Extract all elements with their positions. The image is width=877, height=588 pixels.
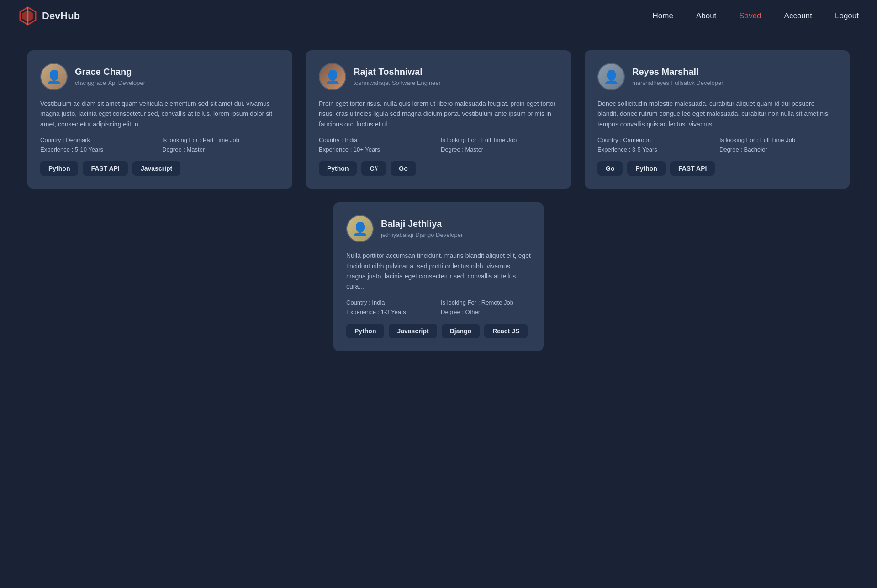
card-header: 👤 Rajat Toshniwal toshniwalrajat Softwar… [319,63,558,90]
skill-python[interactable]: Python [346,324,384,338]
skill-csharp[interactable]: C# [361,161,386,176]
user-name: Rajat Toshniwal [354,67,441,77]
skill-reactjs[interactable]: React JS [484,324,528,338]
brand: DevHub [18,6,80,26]
avatar: 👤 [319,63,346,90]
nav-home[interactable]: Home [653,11,673,21]
card-meta: Country : India Is looking For : Full Ti… [319,136,558,153]
avatar: 👤 [597,63,625,90]
skills: Python Javascript Django React JS [346,324,531,338]
username: changgrace [75,79,106,86]
degree-label: Degree : Master [441,146,558,153]
card-reyes-marshall: 👤 Reyes Marshall marshallreyes Fullsatck… [585,50,850,189]
navbar: DevHub Home About Saved Account Logout [0,0,877,32]
brand-title: DevHub [42,10,80,22]
skill-python[interactable]: Python [319,161,357,176]
user-name: Balaji Jethliya [381,219,463,229]
skills: Go Python FAST API [597,161,837,176]
skill-go[interactable]: Go [391,161,416,176]
cards-grid-row1: 👤 Grace Chang changgrace Api Developer V… [27,50,850,189]
degree-label: Degree : Other [441,309,531,315]
card-bio: Nulla porttitor accumsan tincidunt. maur… [346,251,531,292]
skill-django[interactable]: Django [442,324,480,338]
skill-fastapi[interactable]: FAST API [670,161,715,176]
user-name: Grace Chang [75,67,145,77]
card-bio: Donec sollicitudin molestie malesuada. c… [597,99,837,129]
skills: Python C# Go [319,161,558,176]
user-role: Fullsatck Developer [671,79,723,86]
card-rajat-toshniwal: 👤 Rajat Toshniwal toshniwalrajat Softwar… [306,50,571,189]
user-name: Reyes Marshall [632,67,724,77]
username: toshniwalrajat [354,79,390,86]
looking-for-label: Is looking For : Part Time Job [162,136,280,143]
country-label: Country : India [346,299,436,306]
skill-javascript[interactable]: Javascript [389,324,437,338]
country-label: Country : Cameroon [597,136,715,143]
experience-label: Experience : 1-3 Years [346,309,436,315]
main-content: 👤 Grace Chang changgrace Api Developer V… [0,32,877,369]
skill-go[interactable]: Go [597,161,623,176]
nav-links: Home About Saved Account Logout [653,11,859,21]
looking-for-label: Is looking For : Full Time Job [441,136,558,143]
card-header: 👤 Balaji Jethliya jethliyabalaji Django … [346,215,531,242]
skill-javascript[interactable]: Javascript [132,161,180,176]
card-meta: Country : Cameroon Is looking For : Full… [597,136,837,153]
nav-logout[interactable]: Logout [835,11,859,21]
username: jethliyabalaji [381,231,413,238]
username: marshallreyes [632,79,669,86]
looking-for-label: Is looking For : Full Time Job [719,136,837,143]
card-header: 👤 Reyes Marshall marshallreyes Fullsatck… [597,63,837,90]
experience-label: Experience : 3-5 Years [597,146,715,153]
nav-about[interactable]: About [696,11,716,21]
nav-account[interactable]: Account [784,11,812,21]
card-bio: Proin eget tortor risus. nulla quis lore… [319,99,558,129]
card-meta: Country : India Is looking For : Remote … [346,299,531,315]
card-grace-chang: 👤 Grace Chang changgrace Api Developer V… [27,50,292,189]
degree-label: Degree : Bachelor [719,146,837,153]
skill-python[interactable]: Python [40,161,78,176]
degree-label: Degree : Master [162,146,280,153]
experience-label: Experience : 10+ Years [319,146,436,153]
country-label: Country : Denmark [40,136,158,143]
user-role: Software Engineer [392,79,441,86]
experience-label: Experience : 5-10 Years [40,146,158,153]
user-info: Balaji Jethliya jethliyabalaji Django De… [381,219,463,239]
devhub-logo [18,6,37,26]
country-label: Country : India [319,136,436,143]
skills: Python FAST API Javascript [40,161,280,176]
card-balaji-jethliya: 👤 Balaji Jethliya jethliyabalaji Django … [333,202,544,351]
looking-for-label: Is looking For : Remote Job [441,299,531,306]
card-meta: Country : Denmark Is looking For : Part … [40,136,280,153]
skill-python[interactable]: Python [627,161,665,176]
card-bio: Vestibulum ac diam sit amet quam vehicul… [40,99,280,129]
user-info: Grace Chang changgrace Api Developer [75,67,145,87]
nav-saved[interactable]: Saved [739,11,761,21]
user-role: Api Developer [108,79,145,86]
avatar: 👤 [346,215,374,242]
user-info: Reyes Marshall marshallreyes Fullsatck D… [632,67,724,87]
skill-fastapi[interactable]: FAST API [83,161,128,176]
user-role: Django Developer [415,231,463,238]
card-header: 👤 Grace Chang changgrace Api Developer [40,63,280,90]
avatar: 👤 [40,63,68,90]
user-info: Rajat Toshniwal toshniwalrajat Software … [354,67,441,87]
cards-grid-row2: 👤 Balaji Jethliya jethliyabalaji Django … [27,202,850,351]
